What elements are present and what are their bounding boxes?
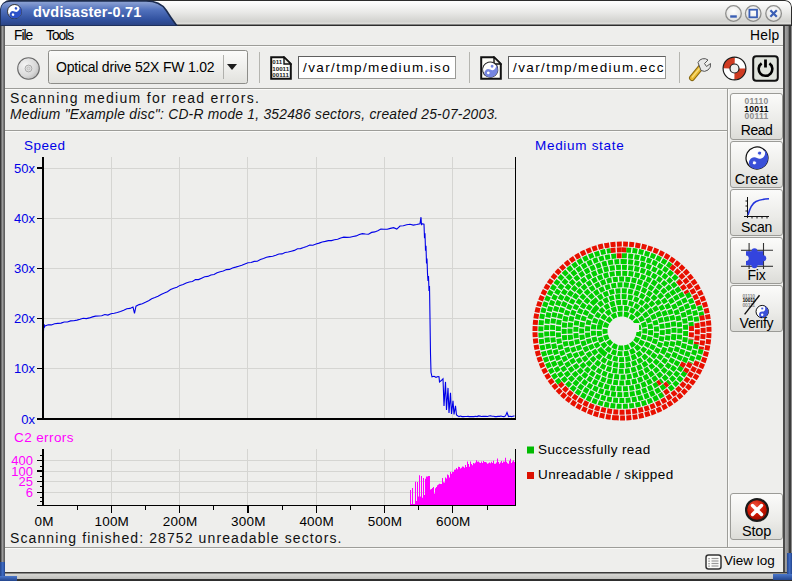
svg-text:10x: 10x [14, 361, 35, 376]
svg-text:0x: 0x [21, 412, 35, 427]
svg-text:200M: 200M [163, 514, 198, 529]
svg-text:6: 6 [26, 485, 33, 500]
svg-text:50x: 50x [14, 161, 35, 176]
svg-text:30x: 30x [14, 261, 35, 276]
svg-text:500M: 500M [368, 514, 403, 529]
svg-text:600M: 600M [436, 514, 471, 529]
svg-text:Successfully read: Successfully read [538, 442, 651, 457]
svg-text:Unreadable / skipped: Unreadable / skipped [538, 467, 674, 482]
svg-text:300M: 300M [231, 514, 266, 529]
svg-text:C2 errors: C2 errors [14, 430, 74, 445]
svg-text:Medium state: Medium state [535, 138, 624, 153]
svg-text:0M: 0M [34, 514, 53, 529]
svg-text:20x: 20x [14, 311, 35, 326]
svg-text:40x: 40x [14, 211, 35, 226]
svg-text:100M: 100M [95, 514, 130, 529]
svg-text:Speed: Speed [24, 138, 66, 153]
svg-text:400M: 400M [299, 514, 334, 529]
